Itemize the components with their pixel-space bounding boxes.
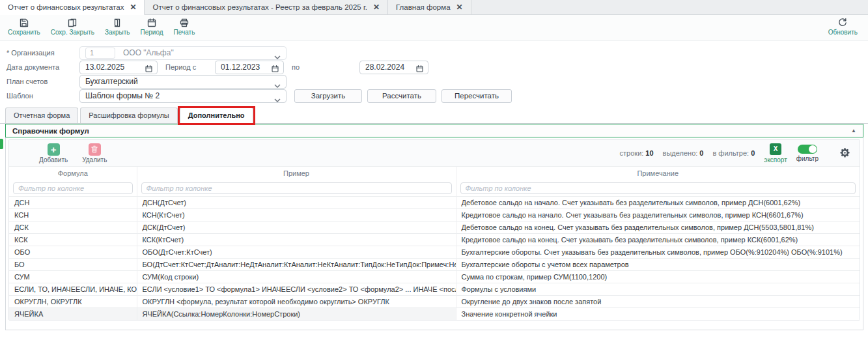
org-name-value: ООО "Альфа" bbox=[123, 48, 174, 57]
table-cell: БО bbox=[9, 258, 137, 270]
calculate-button[interactable]: Рассчитать bbox=[367, 89, 436, 103]
filter-toggle[interactable]: фильтр bbox=[796, 145, 819, 162]
calendar-icon[interactable] bbox=[271, 64, 279, 76]
tab-additional[interactable]: Дополнительно bbox=[180, 107, 253, 124]
filter-row bbox=[9, 180, 860, 197]
template-label: Шаблон bbox=[7, 92, 79, 100]
table-row[interactable]: КСККСК(КтСчет)Кредитовое сальдо на конец… bbox=[9, 233, 860, 246]
table-row[interactable]: БОБО(ДтСчет:КтСчет:ДтАналит:НеДтАналит:К… bbox=[9, 258, 860, 270]
close-icon[interactable]: ✕ bbox=[456, 3, 463, 12]
window-tab-label: Главная форма bbox=[396, 3, 451, 11]
tab-label: Расшифровка формулы bbox=[89, 111, 169, 119]
close-button[interactable]: Закрыть bbox=[105, 18, 130, 36]
filter-input-formula[interactable] bbox=[13, 182, 133, 194]
column-header-note[interactable]: Примечание bbox=[456, 167, 860, 180]
column-header-formula[interactable]: Формула bbox=[9, 167, 137, 180]
table-cell: ОКРУГЛН <формула, результат которой необ… bbox=[137, 295, 456, 307]
export-excel-button[interactable]: X экспорт bbox=[764, 143, 787, 164]
table-row[interactable]: ОКРУГЛН, ОКРУГЛКОКРУГЛН <формула, резуль… bbox=[9, 295, 860, 307]
formula-table: Формула Пример Примечание ДСНДСН(ДтСчет)… bbox=[9, 166, 860, 320]
table-cell: БО(ДтСчет:КтСчет:ДтАналит:НеДтАналит:КтА… bbox=[137, 258, 456, 270]
chart-of-accounts-label: План счетов bbox=[7, 78, 79, 85]
table-cell: ДСК(ДтСчет) bbox=[137, 221, 456, 233]
grid-toolbar: + Добавить Удалить строки:10 выделено:0 … bbox=[9, 140, 860, 166]
load-button[interactable]: Загрузить bbox=[294, 89, 362, 103]
table-cell: СУМ bbox=[9, 270, 137, 283]
calendar-icon[interactable] bbox=[415, 64, 424, 76]
doc-date-label: Дата документа bbox=[7, 63, 79, 71]
organization-combobox[interactable]: 1 ООО "Альфа" bbox=[79, 46, 287, 60]
save-close-button[interactable]: Сохр. Закрыть bbox=[51, 18, 94, 36]
panel-header[interactable]: Справочник формул ▲ bbox=[5, 124, 863, 137]
delete-label: Удалить bbox=[82, 156, 107, 164]
period-to-input[interactable] bbox=[360, 63, 411, 72]
doc-date-input[interactable] bbox=[80, 63, 140, 72]
table-row[interactable]: КСНКСН(КтСчет)Кредитовое сальдо на начал… bbox=[9, 208, 860, 221]
calendar-icon bbox=[147, 18, 157, 28]
table-cell: ЯЧЕЙКА bbox=[9, 307, 137, 320]
window-tab-register[interactable]: Отчет о финансовых результатах - Реестр … bbox=[145, 0, 388, 14]
window-tab-bar: Отчет о финансовых результатах ✕ Отчет о… bbox=[0, 0, 868, 15]
close-icon[interactable]: ✕ bbox=[130, 3, 136, 12]
formula-grid-card: + Добавить Удалить строки:10 выделено:0 … bbox=[8, 139, 860, 321]
table-cell: ЯЧЕЙКА(Ссылка:НомерКолонки:НомерСтроки) bbox=[137, 307, 456, 320]
rows-count: строки:10 bbox=[620, 149, 654, 157]
toggle-on-icon[interactable] bbox=[798, 145, 817, 154]
table-cell: ОКРУГЛН, ОКРУГЛК bbox=[9, 295, 137, 307]
form-tab-bar: Отчетная форма Расшифровка формулы Допол… bbox=[0, 106, 868, 124]
doc-date-field[interactable] bbox=[79, 61, 158, 74]
period-from-field[interactable] bbox=[215, 61, 284, 74]
template-value: Шаблон формы № 2 bbox=[85, 91, 160, 100]
org-code-field[interactable]: 1 bbox=[85, 48, 115, 59]
gear-icon bbox=[839, 152, 850, 160]
filter-input-example[interactable] bbox=[141, 182, 452, 194]
collapse-caret-icon[interactable]: ▲ bbox=[851, 128, 856, 134]
table-row[interactable]: ДСКДСК(ДтСчет)Дебетовое сальдо на конец.… bbox=[9, 221, 860, 233]
table-header-row: Формула Пример Примечание bbox=[9, 167, 860, 180]
side-panel-handle[interactable] bbox=[0, 139, 3, 149]
save-button[interactable]: Сохранить bbox=[8, 18, 40, 36]
delete-row-button[interactable]: Удалить bbox=[82, 143, 107, 164]
table-row[interactable]: ЕСЛИ, ТО, ИНАЧЕЕСЛИ, ИНАЧЕ, КОНЕЦЕСЛИ <у… bbox=[9, 283, 860, 295]
chevron-down-icon bbox=[274, 81, 281, 90]
print-button[interactable]: Печать bbox=[174, 18, 195, 36]
printer-icon bbox=[179, 18, 189, 28]
column-header-example[interactable]: Пример bbox=[137, 167, 456, 180]
window-tab-main-form[interactable]: Главная форма ✕ bbox=[388, 0, 471, 14]
table-cell: КСН bbox=[9, 208, 137, 221]
table-row[interactable]: ДСНДСН(ДтСчет)Дебетовое сальдо на начало… bbox=[9, 196, 860, 208]
recalculate-button[interactable]: Пересчитать bbox=[441, 89, 512, 103]
panel-title: Справочник формул bbox=[12, 127, 89, 135]
table-cell: Бухгалтерские обороты. Счет указывать бе… bbox=[456, 246, 860, 258]
chart-of-accounts-select[interactable]: Бухгалтерский bbox=[79, 75, 287, 89]
print-label: Печать bbox=[174, 29, 195, 36]
table-cell: Дебетовое сальдо на конец. Счет указыват… bbox=[456, 221, 860, 233]
period-to-field[interactable] bbox=[359, 61, 428, 74]
template-select[interactable]: Шаблон формы № 2 bbox=[79, 89, 287, 103]
tab-report-form[interactable]: Отчетная форма bbox=[5, 107, 78, 123]
tab-formula-decoding[interactable]: Расшифровка формулы bbox=[80, 107, 177, 123]
period-from-label: Период с bbox=[165, 63, 215, 71]
table-row[interactable]: ОБООБО(ДтСчет:КтСчет)Бухгалтерские оборо… bbox=[9, 246, 860, 258]
save-icon bbox=[19, 18, 29, 28]
table-row[interactable]: ЯЧЕЙКАЯЧЕЙКА(Ссылка:НомерКолонки:НомерСт… bbox=[9, 307, 860, 320]
period-button[interactable]: Период bbox=[141, 18, 163, 36]
chevron-down-icon[interactable] bbox=[274, 52, 281, 61]
close-icon[interactable]: ✕ bbox=[373, 3, 380, 12]
refresh-button[interactable]: Обновить bbox=[828, 18, 858, 36]
calendar-icon[interactable] bbox=[145, 64, 153, 76]
chevron-down-icon bbox=[274, 95, 281, 104]
save-label: Сохранить bbox=[8, 29, 40, 36]
filter-input-note[interactable] bbox=[460, 182, 856, 194]
window-tab-label: Отчет о финансовых результатах bbox=[8, 3, 124, 11]
period-from-input[interactable] bbox=[216, 63, 266, 72]
table-cell: Бухгалтерские обороты с учетом всех пара… bbox=[456, 258, 860, 270]
table-row[interactable]: СУМСУМ(Код строки)Сумма по строкам, прим… bbox=[9, 270, 860, 283]
add-row-button[interactable]: + Добавить bbox=[39, 143, 68, 164]
grid-settings-button[interactable] bbox=[839, 147, 850, 160]
close-label: Закрыть bbox=[105, 29, 130, 36]
table-cell: ЕСЛИ, ТО, ИНАЧЕЕСЛИ, ИНАЧЕ, КОНЕЦ bbox=[9, 283, 137, 295]
table-cell: Кредитовое сальдо на конец. Счет указыва… bbox=[456, 233, 860, 246]
window-tab-report[interactable]: Отчет о финансовых результатах ✕ bbox=[0, 0, 145, 15]
filtered-count: в фильтре:0 bbox=[712, 149, 755, 157]
